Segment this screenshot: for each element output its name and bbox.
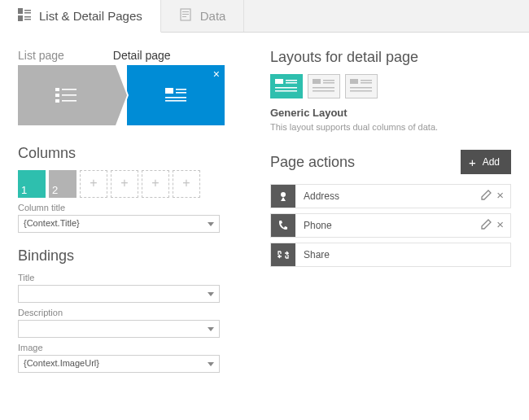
- detail-thumb-icon: [165, 88, 186, 103]
- svg-rect-29: [313, 87, 334, 89]
- detail-page-thumb[interactable]: ×: [127, 65, 225, 125]
- svg-rect-7: [182, 11, 189, 12]
- binding-image-label: Image: [18, 343, 238, 352]
- svg-rect-20: [165, 100, 186, 102]
- svg-rect-21: [275, 79, 283, 84]
- delete-icon[interactable]: ×: [496, 190, 504, 203]
- edit-icon[interactable]: [481, 190, 492, 203]
- add-column-button[interactable]: +: [111, 170, 138, 198]
- layout-icon: [350, 79, 373, 94]
- tab-list-detail[interactable]: List & Detail Pages: [0, 0, 161, 33]
- svg-rect-31: [350, 79, 358, 84]
- layout-option-2[interactable]: [308, 74, 340, 98]
- svg-rect-22: [286, 80, 297, 81]
- svg-rect-28: [323, 82, 334, 84]
- svg-rect-23: [286, 82, 297, 84]
- svg-rect-32: [361, 80, 372, 81]
- tab-label: Data: [200, 9, 226, 23]
- svg-rect-34: [350, 87, 372, 89]
- add-column-button[interactable]: +: [142, 170, 169, 198]
- columns-heading: Columns: [18, 145, 238, 162]
- column-title-select[interactable]: {Context.Title}: [18, 215, 220, 233]
- add-column-button[interactable]: +: [173, 170, 200, 198]
- add-column-button[interactable]: +: [80, 170, 107, 198]
- svg-rect-30: [313, 90, 334, 92]
- add-page-action-button[interactable]: + Add: [461, 150, 511, 174]
- plus-icon: +: [469, 155, 476, 169]
- binding-description-select[interactable]: [18, 320, 220, 338]
- svg-rect-11: [62, 89, 77, 90]
- layout-option-generic[interactable]: [270, 74, 303, 98]
- tab-label: List & Detail Pages: [39, 9, 142, 23]
- list-detail-icon: [18, 8, 31, 24]
- svg-rect-0: [18, 8, 23, 14]
- page-action-item[interactable]: Share: [270, 243, 511, 267]
- layout-icon: [313, 79, 335, 94]
- svg-rect-33: [361, 82, 372, 84]
- layout-icon: [275, 79, 298, 94]
- svg-rect-14: [55, 99, 59, 103]
- column-title-label: Column title: [18, 203, 238, 212]
- layouts-heading: Layouts for detail page: [270, 49, 511, 66]
- svg-rect-15: [62, 100, 77, 102]
- svg-rect-3: [24, 12, 31, 14]
- svg-rect-5: [24, 19, 31, 20]
- svg-rect-24: [275, 87, 297, 89]
- svg-rect-10: [55, 88, 59, 91]
- page-actions-heading: Page actions: [270, 154, 355, 171]
- page-action-label: Address: [295, 190, 481, 202]
- svg-rect-9: [182, 16, 186, 17]
- address-pin-icon: [271, 185, 295, 208]
- list-page-thumb[interactable]: [18, 65, 116, 125]
- share-icon: [271, 243, 295, 266]
- svg-rect-18: [176, 92, 186, 94]
- binding-title-label: Title: [18, 273, 238, 282]
- phone-icon: [271, 214, 295, 237]
- layout-name: Generic Layout: [270, 107, 511, 119]
- binding-title-select[interactable]: [18, 285, 220, 303]
- subtab-list-page[interactable]: List page: [18, 49, 64, 62]
- data-icon: [179, 8, 192, 24]
- page-action-label: Phone: [295, 220, 481, 231]
- add-button-label: Add: [483, 156, 500, 168]
- layout-description: This layout supports dual columns of dat…: [270, 122, 511, 132]
- edit-icon[interactable]: [481, 219, 492, 232]
- binding-image-select[interactable]: {Context.ImageUrl}: [18, 355, 220, 373]
- svg-rect-26: [313, 79, 321, 84]
- svg-rect-25: [275, 90, 297, 92]
- svg-rect-35: [350, 90, 372, 92]
- binding-description-label: Description: [18, 308, 238, 317]
- svg-rect-1: [18, 15, 23, 21]
- delete-icon[interactable]: ×: [496, 219, 504, 232]
- svg-rect-4: [24, 16, 31, 18]
- page-action-label: Share: [295, 249, 504, 260]
- column-chip-1[interactable]: 1: [18, 170, 46, 198]
- svg-rect-12: [55, 94, 59, 97]
- layout-option-3[interactable]: [345, 74, 378, 98]
- bindings-heading: Bindings: [18, 247, 238, 265]
- svg-rect-2: [24, 10, 31, 11]
- column-chip-2[interactable]: 2: [49, 170, 77, 198]
- tab-data[interactable]: Data: [161, 0, 245, 32]
- svg-rect-27: [323, 80, 334, 81]
- svg-rect-17: [176, 89, 186, 90]
- svg-point-36: [281, 192, 286, 197]
- svg-rect-13: [62, 94, 77, 96]
- close-icon[interactable]: ×: [213, 68, 220, 80]
- svg-rect-19: [165, 97, 186, 98]
- list-thumb-icon: [55, 86, 78, 104]
- page-action-item[interactable]: Phone ×: [270, 213, 511, 238]
- page-action-item[interactable]: Address ×: [270, 184, 511, 208]
- svg-rect-8: [182, 14, 189, 15]
- svg-rect-16: [165, 88, 173, 94]
- subtab-detail-page[interactable]: Detail page: [113, 49, 171, 62]
